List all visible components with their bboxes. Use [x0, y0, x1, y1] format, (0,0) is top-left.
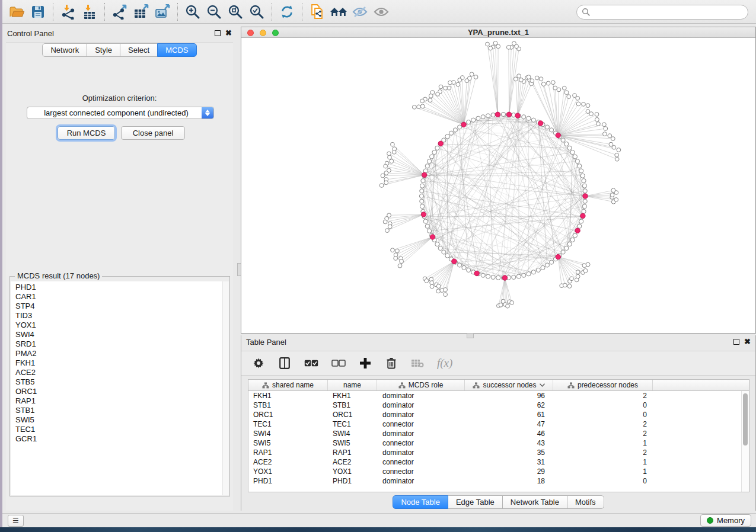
- table-cell[interactable]: PHD1: [248, 476, 328, 486]
- mcds-result-item[interactable]: RAP1: [15, 396, 229, 406]
- hide-selected-button[interactable]: [349, 2, 371, 22]
- table-cell[interactable]: connector: [377, 419, 465, 429]
- table-row[interactable]: PHD1PHD1dominator180: [248, 476, 749, 486]
- table-cell[interactable]: 2: [553, 391, 653, 400]
- mcds-result-item[interactable]: SRD1: [15, 339, 229, 349]
- table-cell[interactable]: 2: [553, 429, 653, 438]
- close-panel-button[interactable]: Close panel: [121, 126, 185, 140]
- float-panel-icon[interactable]: [215, 30, 221, 36]
- table-cell[interactable]: RAP1: [328, 448, 377, 457]
- mcds-result-item[interactable]: STB1: [15, 406, 229, 415]
- export-image-button[interactable]: [152, 2, 173, 22]
- table-scrollbar[interactable]: [741, 391, 749, 492]
- refresh-button[interactable]: [276, 2, 298, 22]
- table-row[interactable]: FKH1FKH1dominator962: [248, 391, 749, 400]
- table-row[interactable]: YOX1YOX1connector291: [248, 467, 749, 476]
- memory-button[interactable]: Memory: [700, 514, 751, 527]
- table-cell[interactable]: 62: [465, 400, 553, 410]
- mcds-result-item[interactable]: FKH1: [15, 358, 229, 368]
- zoom-in-button[interactable]: [182, 2, 203, 22]
- table-cell[interactable]: ORC1: [248, 410, 328, 419]
- mcds-result-item[interactable]: ACE2: [15, 368, 229, 377]
- run-mcds-button[interactable]: Run MCDS: [58, 126, 115, 140]
- select-all-button[interactable]: [304, 355, 318, 371]
- table-row[interactable]: RAP1RAP1dominator352: [248, 448, 749, 457]
- table-cell[interactable]: 43: [465, 438, 553, 448]
- table-cell[interactable]: 2: [553, 448, 653, 457]
- table-cell[interactable]: PHD1: [328, 476, 377, 486]
- zoom-out-button[interactable]: [203, 2, 225, 22]
- table-cell[interactable]: 96: [465, 391, 553, 400]
- zoom-selected-button[interactable]: [246, 2, 267, 22]
- tab-node-table[interactable]: Node Table: [393, 495, 448, 509]
- table-cell[interactable]: 0: [553, 400, 653, 410]
- table-cell[interactable]: 61: [465, 410, 553, 419]
- first-neighbors-button[interactable]: [328, 2, 349, 22]
- table-cell[interactable]: connector: [377, 438, 465, 448]
- create-column-button[interactable]: [359, 355, 372, 371]
- table-row[interactable]: TEC1TEC1connector472: [248, 419, 749, 429]
- table-cell[interactable]: SWI5: [248, 438, 328, 448]
- table-cell[interactable]: 1: [553, 457, 653, 467]
- table-row[interactable]: ACE2ACE2connector311: [248, 457, 749, 467]
- save-session-button[interactable]: [27, 2, 49, 22]
- duplicate-network-button[interactable]: [307, 2, 328, 22]
- horizontal-splitter-grip[interactable]: [467, 333, 474, 338]
- mcds-result-item[interactable]: TID3: [15, 311, 229, 321]
- search-input[interactable]: [576, 5, 748, 20]
- table-cell[interactable]: ACE2: [328, 457, 377, 467]
- table-cell[interactable]: 35: [465, 448, 553, 457]
- mcds-result-item[interactable]: PMA2: [15, 349, 229, 358]
- table-cell[interactable]: dominator: [377, 391, 465, 400]
- column-header-MCDS-role[interactable]: MCDS role: [377, 380, 465, 390]
- mcds-result-item[interactable]: STB5: [15, 377, 229, 387]
- column-header-name[interactable]: name: [328, 380, 377, 390]
- table-row[interactable]: SWI4SWI4dominator462: [248, 429, 749, 438]
- table-cell[interactable]: TEC1: [328, 419, 377, 429]
- show-columns-button[interactable]: [278, 355, 291, 371]
- export-network-button[interactable]: [109, 2, 130, 22]
- table-cell[interactable]: SWI4: [328, 429, 377, 438]
- tab-edge-table[interactable]: Edge Table: [448, 495, 503, 509]
- mcds-result-item[interactable]: PHD1: [15, 283, 229, 292]
- table-cell[interactable]: connector: [377, 457, 465, 467]
- network-window-titlebar[interactable]: YPA_prune.txt_1: [241, 27, 755, 38]
- delete-column-button[interactable]: [385, 355, 398, 371]
- table-cell[interactable]: dominator: [377, 429, 465, 438]
- table-cell[interactable]: FKH1: [248, 391, 328, 400]
- mcds-list-scrollbar[interactable]: [222, 281, 229, 495]
- close-panel-icon[interactable]: ✖: [744, 339, 751, 345]
- table-cell[interactable]: STB1: [248, 400, 328, 410]
- show-panels-list-button[interactable]: ☰: [8, 515, 24, 527]
- mcds-result-item[interactable]: YOX1: [15, 321, 229, 330]
- table-cell[interactable]: dominator: [377, 410, 465, 419]
- table-cell[interactable]: YOX1: [328, 467, 377, 476]
- mcds-result-item[interactable]: SWI4: [15, 330, 229, 339]
- table-row[interactable]: STB1STB1dominator620: [248, 400, 749, 410]
- table-cell[interactable]: TEC1: [248, 419, 328, 429]
- table-cell[interactable]: YOX1: [248, 467, 328, 476]
- table-cell[interactable]: 2: [553, 419, 653, 429]
- deselect-all-button[interactable]: [331, 355, 346, 371]
- table-cell[interactable]: 0: [553, 476, 653, 486]
- table-cell[interactable]: 1: [553, 467, 653, 476]
- column-header-shared-name[interactable]: shared name: [248, 380, 328, 390]
- tab-network[interactable]: Network: [42, 43, 87, 57]
- tab-network-table[interactable]: Network Table: [502, 495, 567, 509]
- mcds-result-item[interactable]: STP4: [15, 302, 229, 311]
- mcds-result-item[interactable]: ORC1: [15, 387, 229, 396]
- table-cell[interactable]: FKH1: [328, 391, 377, 400]
- table-cell[interactable]: ORC1: [328, 410, 377, 419]
- table-cell[interactable]: 0: [553, 410, 653, 419]
- mcds-result-item[interactable]: GCR1: [15, 434, 229, 444]
- table-cell[interactable]: 18: [465, 476, 553, 486]
- import-network-button[interactable]: [58, 2, 79, 22]
- tab-mcds[interactable]: MCDS: [157, 43, 196, 57]
- import-table-button[interactable]: [79, 2, 100, 22]
- column-header-successor-nodes[interactable]: successor nodes: [465, 380, 553, 390]
- table-cell[interactable]: RAP1: [248, 448, 328, 457]
- close-panel-icon[interactable]: ✖: [225, 30, 232, 36]
- mcds-result-item[interactable]: TEC1: [15, 425, 229, 434]
- table-cell[interactable]: connector: [377, 467, 465, 476]
- float-panel-icon[interactable]: [733, 339, 739, 345]
